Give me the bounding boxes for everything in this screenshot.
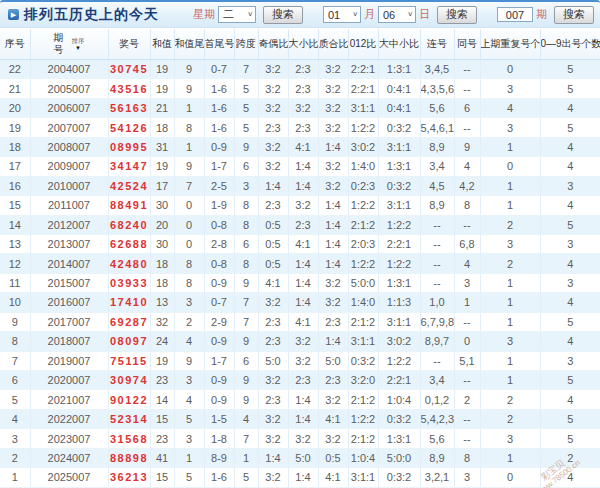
table-cell: 3:2 xyxy=(258,371,288,390)
table-cell: 4 xyxy=(540,468,600,487)
table-cell: 3 xyxy=(480,118,540,137)
table-cell: 11 xyxy=(0,273,30,292)
table-cell: 2:3 xyxy=(318,312,348,331)
table-cell: 8 xyxy=(174,254,204,273)
table-cell: 9 xyxy=(0,312,30,331)
day-select-value: 06 xyxy=(383,9,395,21)
table-cell: 9 xyxy=(234,137,258,156)
table-cell: 9 xyxy=(174,351,204,370)
table-cell: 4:1 xyxy=(288,234,318,253)
table-cell: 4 xyxy=(234,409,258,428)
prize-number-cell: 88898 xyxy=(108,448,150,467)
table-cell: 18 xyxy=(150,118,174,137)
prize-number-cell: 54126 xyxy=(108,118,150,137)
week-select-value: 二 xyxy=(223,7,234,22)
table-cell: 8 xyxy=(174,118,204,137)
table-cell: 1:4 xyxy=(258,448,288,467)
issue-search-button[interactable]: 搜索 xyxy=(554,6,594,24)
table-cell: 7 xyxy=(174,176,204,195)
table-row: 202006007561632111-653:23:23:23:1:10:4:1… xyxy=(0,98,600,117)
table-cell: 1:0:4 xyxy=(348,448,378,467)
table-cell: 0:4:1 xyxy=(378,98,420,117)
table-cell: 1:4 xyxy=(288,157,318,176)
issue-input[interactable] xyxy=(497,7,533,22)
table-cell: 5 xyxy=(234,79,258,98)
table-cell: 8 xyxy=(454,448,480,467)
table-cell: 1-7 xyxy=(204,157,234,176)
table-cell: 9 xyxy=(174,60,204,79)
table-row: 152011007884913001-982:33:21:41:2:23:1:1… xyxy=(0,196,600,215)
table-cell: 4,3,5,6 xyxy=(420,79,454,98)
table-cell: 2:3 xyxy=(258,118,288,137)
table-row: 122014007424801880-880:51:41:41:2:21:2:2… xyxy=(0,254,600,273)
table-cell: 5 xyxy=(234,118,258,137)
table-cell: 3 xyxy=(174,371,204,390)
table-cell: 2:3 xyxy=(258,332,288,351)
table-cell: 3 xyxy=(454,468,480,487)
table-cell: 4,5 xyxy=(420,176,454,195)
column-header-6: 首尾号 xyxy=(204,29,234,60)
month-select[interactable]: 01 ∨ xyxy=(323,6,361,23)
table-cell: 3,2,1 xyxy=(420,468,454,487)
arrow-right-icon: ▶ xyxy=(8,9,19,20)
table-cell: 12 xyxy=(0,254,30,273)
table-cell: 1-7 xyxy=(204,351,234,370)
table-cell: 5,4,6,1,2 xyxy=(420,118,454,137)
table-cell: 2006007 xyxy=(30,98,108,117)
column-header-15: 上期重复号个数 xyxy=(480,29,540,60)
table-row: 92017007692873222-972:34:12:32:1:23:1:16… xyxy=(0,312,600,331)
table-cell: 5 xyxy=(540,312,600,331)
table-cell: 0 xyxy=(174,196,204,215)
table-cell: 8 xyxy=(234,196,258,215)
week-select[interactable]: 二 ∨ xyxy=(218,6,256,23)
table-cell: 3:2 xyxy=(318,429,348,448)
table-cell: 0-8 xyxy=(204,254,234,273)
table-cell: 7 xyxy=(234,60,258,79)
table-cell: 3:2 xyxy=(288,98,318,117)
column-header-11: 012比 xyxy=(348,29,378,60)
day-select[interactable]: 06 ∨ xyxy=(378,6,416,23)
table-cell: 5 xyxy=(234,468,258,487)
table-row: 212005007435161991-653:22:33:22:2:10:4:1… xyxy=(0,79,600,98)
week-search-button[interactable]: 搜索 xyxy=(263,6,303,24)
prize-number-cell: 88491 xyxy=(108,196,150,215)
table-cell: 4,2 xyxy=(454,176,480,195)
table-cell: -- xyxy=(454,429,480,448)
table-cell: 1 xyxy=(454,293,480,312)
table-cell: 0:3:2 xyxy=(378,176,420,195)
prize-number-cell: 08995 xyxy=(108,137,150,156)
table-cell: 1:4:0 xyxy=(348,293,378,312)
table-cell: 8-9 xyxy=(204,448,234,467)
date-search-button[interactable]: 搜索 xyxy=(437,6,477,24)
column-header-5: 和值尾 xyxy=(174,29,204,60)
table-cell: 13 xyxy=(150,293,174,312)
table-cell: 3:1:1 xyxy=(348,332,378,351)
table-cell: 18 xyxy=(0,137,30,156)
issue-search-group: 期 搜索 xyxy=(497,6,594,24)
table-cell: 2016007 xyxy=(30,293,108,312)
table-cell: 6,7,9,8 xyxy=(420,312,454,331)
table-cell: 15 xyxy=(150,409,174,428)
table-cell: 6 xyxy=(234,157,258,176)
prize-number-cell: 42480 xyxy=(108,254,150,273)
table-cell: 5 xyxy=(234,98,258,117)
table-cell: 5 xyxy=(540,118,600,137)
table-cell: 3:2 xyxy=(318,176,348,195)
table-cell: 2:2:1 xyxy=(348,79,378,98)
table-cell: 0:3:2 xyxy=(378,468,420,487)
table-cell: 2 xyxy=(174,312,204,331)
sort-control[interactable]: 排序▼ xyxy=(71,37,85,51)
prize-number-cell: 30745 xyxy=(108,60,150,79)
table-cell: 9 xyxy=(234,371,258,390)
table-cell: 1-5 xyxy=(204,409,234,428)
table-cell: 41 xyxy=(150,448,174,467)
table-cell: 6 xyxy=(454,98,480,117)
column-header-1: 序号 xyxy=(0,29,30,60)
table-cell: -- xyxy=(454,312,480,331)
table-cell: 3:2 xyxy=(318,118,348,137)
table-cell: 20 xyxy=(150,215,174,234)
table-cell: 2012007 xyxy=(30,215,108,234)
table-cell: 1:3:1 xyxy=(378,157,420,176)
table-cell: 0:5 xyxy=(258,254,288,273)
chevron-down-icon: ∨ xyxy=(247,11,253,18)
